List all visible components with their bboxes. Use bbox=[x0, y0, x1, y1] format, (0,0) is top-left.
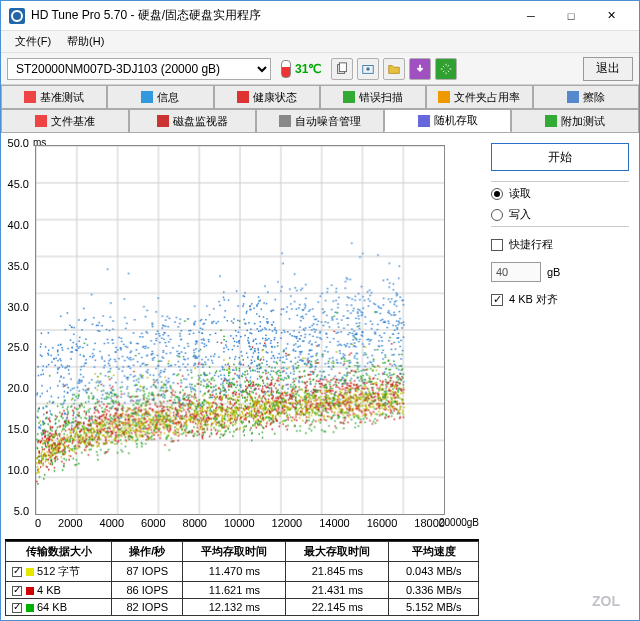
drive-select[interactable]: ST20000NM007D-3DJ103 (20000 gB) bbox=[7, 58, 271, 80]
tab-top-4[interactable]: 文件夹占用率 bbox=[426, 85, 532, 108]
minimize-button[interactable]: ─ bbox=[511, 2, 551, 30]
tab-bottom-2[interactable]: 自动噪音管理 bbox=[256, 109, 384, 132]
svg-point-3 bbox=[367, 67, 371, 71]
results-table: 传输数据大小操作/秒平均存取时间最大存取时间平均速度 512 字节87 IOPS… bbox=[5, 541, 479, 616]
temperature-value: 31℃ bbox=[295, 62, 321, 76]
capacity-unit: gB bbox=[547, 266, 560, 278]
quick-checkbox[interactable]: 快捷行程 bbox=[491, 237, 629, 252]
tab-top-0[interactable]: 基准测试 bbox=[1, 85, 107, 108]
x-axis-labels: 0200040006000800010000120001400016000180… bbox=[35, 517, 445, 529]
tab-bottom-0[interactable]: 文件基准 bbox=[1, 109, 129, 132]
tab-icon bbox=[157, 115, 169, 127]
x-axis-unit: 20000gB bbox=[439, 517, 479, 528]
tab-bottom-1[interactable]: 磁盘监视器 bbox=[129, 109, 257, 132]
tab-icon bbox=[567, 91, 579, 103]
read-radio[interactable]: 读取 bbox=[491, 186, 629, 201]
tab-bottom-4[interactable]: 附加测试 bbox=[511, 109, 639, 132]
svg-rect-1 bbox=[340, 62, 347, 71]
tab-top-1[interactable]: 信息 bbox=[107, 85, 213, 108]
temperature-display: 31℃ bbox=[275, 60, 327, 78]
tab-bottom-3[interactable]: 随机存取 bbox=[384, 109, 512, 132]
tab-icon bbox=[237, 91, 249, 103]
thermometer-icon bbox=[281, 60, 291, 78]
tab-icon bbox=[438, 91, 450, 103]
tab-icon bbox=[279, 115, 291, 127]
menu-file[interactable]: 文件(F) bbox=[7, 32, 59, 51]
window-title: HD Tune Pro 5.70 - 硬盘/固态硬盘实用程序 bbox=[31, 7, 511, 24]
tab-icon bbox=[24, 91, 36, 103]
tab-top-5[interactable]: 擦除 bbox=[533, 85, 639, 108]
y-axis-labels: 50.045.040.035.030.025.020.015.010.05.0 bbox=[5, 137, 33, 517]
scatter-chart bbox=[35, 145, 445, 515]
close-button[interactable]: ✕ bbox=[591, 2, 631, 30]
tab-icon bbox=[418, 115, 430, 127]
write-radio[interactable]: 写入 bbox=[491, 207, 629, 222]
tab-icon bbox=[545, 115, 557, 127]
maximize-button[interactable]: □ bbox=[551, 2, 591, 30]
menu-help[interactable]: 帮助(H) bbox=[59, 32, 112, 51]
tab-top-3[interactable]: 错误扫描 bbox=[320, 85, 426, 108]
tab-top-2[interactable]: 健康状态 bbox=[214, 85, 320, 108]
align-checkbox[interactable]: 4 KB 对齐 bbox=[491, 292, 629, 307]
save-icon[interactable] bbox=[409, 58, 431, 80]
settings-icon[interactable] bbox=[435, 58, 457, 80]
tab-icon bbox=[343, 91, 355, 103]
tab-icon bbox=[35, 115, 47, 127]
tab-icon bbox=[141, 91, 153, 103]
screenshot-icon[interactable] bbox=[357, 58, 379, 80]
copy-icon[interactable] bbox=[331, 58, 353, 80]
folder-icon[interactable] bbox=[383, 58, 405, 80]
exit-button[interactable]: 退出 bbox=[583, 57, 633, 81]
start-button[interactable]: 开始 bbox=[491, 143, 629, 171]
app-icon bbox=[9, 8, 25, 24]
capacity-input[interactable] bbox=[491, 262, 541, 282]
